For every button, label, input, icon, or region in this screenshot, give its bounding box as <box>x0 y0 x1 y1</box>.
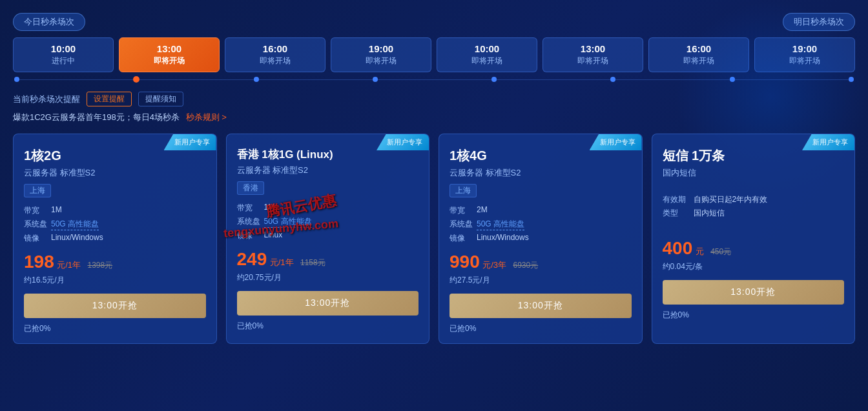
set-alert-button[interactable]: 设置提醒 <box>87 92 132 106</box>
today-slot-2[interactable]: 16:00 即将开场 <box>225 37 326 72</box>
tomorrow-slot-3[interactable]: 19:00 即将开场 <box>754 37 855 72</box>
card-2-specs: 带宽 2M 系统盘 50G 高性能盘 镜像 Linux/Windows <box>450 205 632 244</box>
card-1-subtitle: 云服务器 标准型S2 <box>237 165 419 176</box>
card-3-specs: 有效期 自购买日起2年内有效 类型 国内短信 <box>663 194 845 219</box>
card-1-badge: 新用户专享 <box>377 134 429 150</box>
card-3-monthly: 约0.04元/条 <box>663 261 845 272</box>
today-slot-3-status: 即将开场 <box>331 55 431 66</box>
tomorrow-slot-0-time: 10:00 <box>437 43 537 54</box>
card-0-price-unit: 元/1年 <box>57 260 81 270</box>
today-slot-1-time: 13:00 <box>119 43 219 54</box>
card-2-buy-button[interactable]: 13:00开抢 <box>450 294 632 318</box>
tomorrow-slot-3-time: 19:00 <box>755 43 854 54</box>
spec-label: 系统盘 <box>237 216 264 228</box>
product-card-0: 新用户专享 1核2G 云服务器 标准型S2 上海 带宽 1M 系统盘 50G 高… <box>13 134 217 344</box>
card-2-subtitle: 云服务器 标准型S2 <box>450 167 632 179</box>
card-1-specs: 带宽 1M 系统盘 50G 高性能盘 镜像 Linux <box>237 203 419 241</box>
card-3-buy-button[interactable]: 13:00开抢 <box>663 280 845 305</box>
card-1-monthly: 约20.75元/月 <box>237 272 419 283</box>
today-slot-0[interactable]: 10:00 进行中 <box>13 37 114 72</box>
spec-val: 1M <box>51 205 62 216</box>
tomorrow-slot-2[interactable]: 16:00 即将开场 <box>648 37 749 72</box>
product-card-2: 新用户专享 1核4G 云服务器 标准型S2 上海 带宽 2M 系统盘 50G 高… <box>439 134 643 344</box>
tomorrow-slot-1-time: 13:00 <box>543 43 643 54</box>
today-slot-1[interactable]: 13:00 即将开场 <box>119 37 220 72</box>
card-2-price: 990 <box>450 252 480 272</box>
spec-val: Linux/Windows <box>477 233 529 244</box>
card-3-grabbed: 已抢0% <box>663 310 845 321</box>
card-0-monthly: 约16.5元/月 <box>24 275 206 286</box>
spec-label: 带宽 <box>24 205 51 216</box>
spec-label: 系统盘 <box>24 219 51 230</box>
spec-val: 1M <box>264 203 275 214</box>
card-0-badge: 新用户专享 <box>164 134 216 150</box>
spec-val: 50G 高性能盘 <box>51 219 99 230</box>
spec-val: 国内短信 <box>694 208 725 219</box>
today-slot-3[interactable]: 19:00 即将开场 <box>331 37 431 72</box>
today-slot-2-status: 即将开场 <box>225 55 325 66</box>
spec-val: 50G 高性能盘 <box>477 219 524 230</box>
card-1-price-original: 1158元 <box>300 258 326 267</box>
spec-label: 镜像 <box>24 233 51 244</box>
card-1-region: 香港 <box>237 181 264 195</box>
spec-label: 镜像 <box>450 233 477 244</box>
today-slot-0-time: 10:00 <box>14 43 113 54</box>
card-3-subtitle: 国内短信 <box>663 167 845 179</box>
card-3-price: 400 <box>663 238 693 258</box>
spec-label: 镜像 <box>237 230 264 241</box>
card-1-grabbed: 已抢0% <box>237 321 419 332</box>
today-slot-0-status: 进行中 <box>14 55 113 66</box>
spec-val: Linux <box>264 230 283 241</box>
card-2-monthly: 约27.5元/月 <box>450 275 632 286</box>
card-0-buy-button[interactable]: 13:00开抢 <box>24 294 206 318</box>
tomorrow-slot-1-status: 即将开场 <box>543 55 643 66</box>
tomorrow-slot-0-status: 即将开场 <box>437 55 537 66</box>
card-0-price: 198 <box>24 252 54 272</box>
card-0-price-original: 1398元 <box>87 261 112 270</box>
product-card-1: 新用户专享 香港 1核1G (Linux) 云服务器 标准型S2 香港 带宽 1… <box>226 134 430 344</box>
spec-label: 类型 <box>663 208 694 219</box>
tomorrow-slot-1[interactable]: 13:00 即将开场 <box>542 37 643 72</box>
spec-label: 带宽 <box>237 203 264 214</box>
card-2-grabbed: 已抢0% <box>450 323 632 334</box>
spec-label: 系统盘 <box>450 219 477 230</box>
tomorrow-slot-3-status: 即将开场 <box>755 55 854 66</box>
spec-val: Linux/Windows <box>51 233 103 244</box>
spec-label: 有效期 <box>663 194 694 205</box>
card-2-region: 上海 <box>450 184 477 197</box>
card-1-price-unit: 元/1年 <box>270 257 294 267</box>
card-3-price-unit: 元 <box>696 246 704 256</box>
promo-link[interactable]: 秒杀规则 > <box>186 112 227 122</box>
alert-label: 当前秒杀场次提醒 <box>13 94 80 105</box>
tomorrow-label: 明日秒杀场次 <box>783 13 855 31</box>
card-2-price-unit: 元/3年 <box>482 260 506 270</box>
spec-label: 带宽 <box>450 205 477 216</box>
card-0-specs: 带宽 1M 系统盘 50G 高性能盘 镜像 Linux/Windows <box>24 205 206 244</box>
spec-val: 50G 高性能盘 <box>264 216 312 228</box>
today-slot-2-time: 16:00 <box>225 43 325 54</box>
tomorrow-slot-2-status: 即将开场 <box>649 55 749 66</box>
tomorrow-slot-0[interactable]: 10:00 即将开场 <box>437 37 537 72</box>
today-slot-3-time: 19:00 <box>331 43 431 54</box>
product-card-3: 新用户专享 短信 1万条 国内短信 有效期 自购买日起2年内有效 类型 国内短信… <box>652 134 856 344</box>
card-2-badge: 新用户专享 <box>590 134 642 150</box>
card-0-subtitle: 云服务器 标准型S2 <box>24 167 206 179</box>
remind-notice-button[interactable]: 提醒须知 <box>138 92 183 106</box>
card-2-price-original: 6930元 <box>513 261 538 270</box>
card-1-buy-button[interactable]: 13:00开抢 <box>237 291 419 316</box>
today-slot-1-status: 即将开场 <box>119 55 219 66</box>
spec-val: 自购买日起2年内有效 <box>694 194 768 205</box>
today-label: 今日秒杀场次 <box>13 13 85 31</box>
card-3-price-original: 450元 <box>710 247 731 256</box>
card-1-price: 249 <box>237 249 267 269</box>
spec-val: 2M <box>477 205 488 216</box>
card-3-badge: 新用户专享 <box>802 134 854 150</box>
card-0-region: 上海 <box>24 184 51 197</box>
tomorrow-slot-2-time: 16:00 <box>649 43 749 54</box>
card-0-grabbed: 已抢0% <box>24 323 206 334</box>
promo-text: 爆款1C2G云服务器首年198元；每日4场秒杀 <box>13 112 180 122</box>
